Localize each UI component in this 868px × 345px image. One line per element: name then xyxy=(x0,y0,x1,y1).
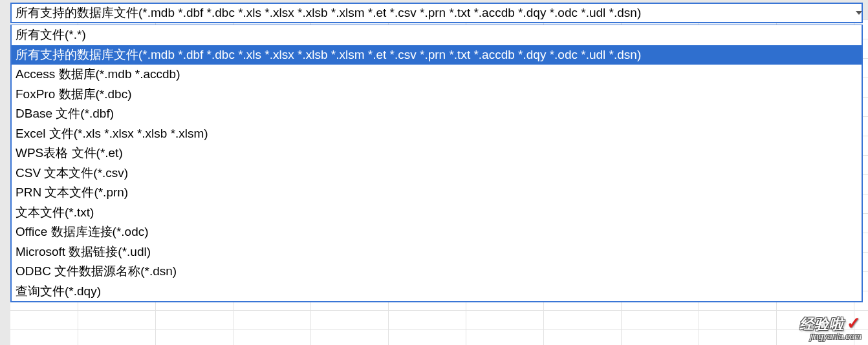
filetype-option[interactable]: 所有支持的数据库文件(*.mdb *.dbf *.dbc *.xls *.xls… xyxy=(12,45,862,65)
filetype-option[interactable]: CSV 文本文件(*.csv) xyxy=(12,163,862,183)
filetype-option[interactable]: DBase 文件(*.dbf) xyxy=(12,104,862,124)
filetype-option[interactable]: 查询文件(*.dqy) xyxy=(12,282,862,302)
filetype-option[interactable]: 文本文件(*.txt) xyxy=(12,203,862,223)
filetype-filter-listbox[interactable]: 所有文件(*.*)所有支持的数据库文件(*.mdb *.dbf *.dbc *.… xyxy=(10,25,863,302)
filetype-option[interactable]: Excel 文件(*.xls *.xlsx *.xlsb *.xlsm) xyxy=(12,124,862,144)
dropdown-arrow-icon[interactable] xyxy=(852,3,865,23)
filetype-option[interactable]: Office 数据库连接(*.odc) xyxy=(12,222,862,242)
filetype-option[interactable]: WPS表格 文件(*.et) xyxy=(12,143,862,163)
filetype-option[interactable]: FoxPro 数据库(*.dbc) xyxy=(12,85,862,105)
filetype-option[interactable]: ODBC 文件数据源名称(*.dsn) xyxy=(12,262,862,282)
filetype-filter-selected-text: 所有支持的数据库文件(*.mdb *.dbf *.dbc *.xls *.xls… xyxy=(16,5,641,21)
filetype-filter-combobox[interactable]: 所有支持的数据库文件(*.mdb *.dbf *.dbc *.xls *.xls… xyxy=(10,3,863,23)
filetype-option[interactable]: 所有文件(*.*) xyxy=(12,25,862,45)
filetype-option[interactable]: Access 数据库(*.mdb *.accdb) xyxy=(12,65,862,85)
spreadsheet-row-header xyxy=(0,0,10,345)
filetype-option[interactable]: PRN 文本文件(*.prn) xyxy=(12,183,862,203)
filetype-option[interactable]: Microsoft 数据链接(*.udl) xyxy=(12,242,862,262)
